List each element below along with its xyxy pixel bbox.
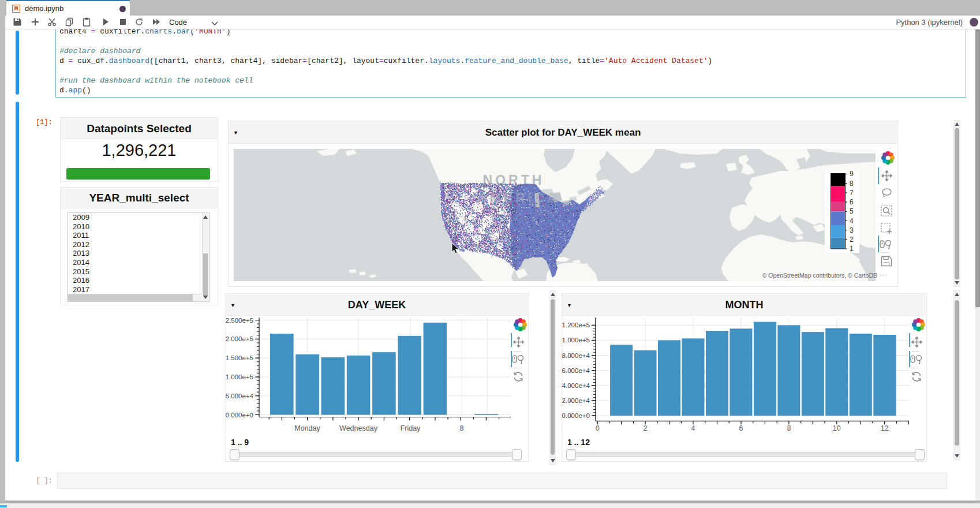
svg-text:12: 12 bbox=[881, 424, 889, 432]
svg-text:8: 8 bbox=[787, 424, 791, 432]
svg-text:8: 8 bbox=[460, 424, 464, 432]
svg-text:6.000e+4: 6.000e+4 bbox=[562, 367, 590, 374]
svg-text:Friday: Friday bbox=[401, 424, 421, 432]
svg-text:Monday: Monday bbox=[294, 424, 320, 432]
svg-text:1.000e+5: 1.000e+5 bbox=[562, 337, 590, 343]
svg-text:1.500e+5: 1.500e+5 bbox=[226, 354, 253, 361]
svg-text:6: 6 bbox=[739, 424, 743, 432]
svg-text:0.000e+0: 0.000e+0 bbox=[226, 412, 253, 419]
svg-text:2.000e+4: 2.000e+4 bbox=[562, 397, 590, 404]
svg-text:8.000e+4: 8.000e+4 bbox=[562, 352, 590, 359]
svg-text:2: 2 bbox=[644, 424, 648, 432]
svg-text:0: 0 bbox=[596, 424, 600, 432]
svg-text:5.000e+4: 5.000e+4 bbox=[226, 393, 254, 399]
svg-text:10: 10 bbox=[833, 424, 841, 432]
svg-text:4.000e+4: 4.000e+4 bbox=[562, 382, 590, 389]
svg-text:Wednesday: Wednesday bbox=[339, 424, 378, 432]
svg-text:1.000e+5: 1.000e+5 bbox=[226, 373, 253, 380]
svg-text:2.000e+5: 2.000e+5 bbox=[226, 335, 253, 342]
svg-text:4: 4 bbox=[691, 424, 695, 432]
svg-text:2.500e+5: 2.500e+5 bbox=[226, 317, 253, 324]
svg-text:1.200e+5: 1.200e+5 bbox=[562, 322, 590, 328]
svg-text:0.000e+0: 0.000e+0 bbox=[562, 412, 590, 419]
svg-text:AMERICA: AMERICA bbox=[477, 190, 559, 206]
